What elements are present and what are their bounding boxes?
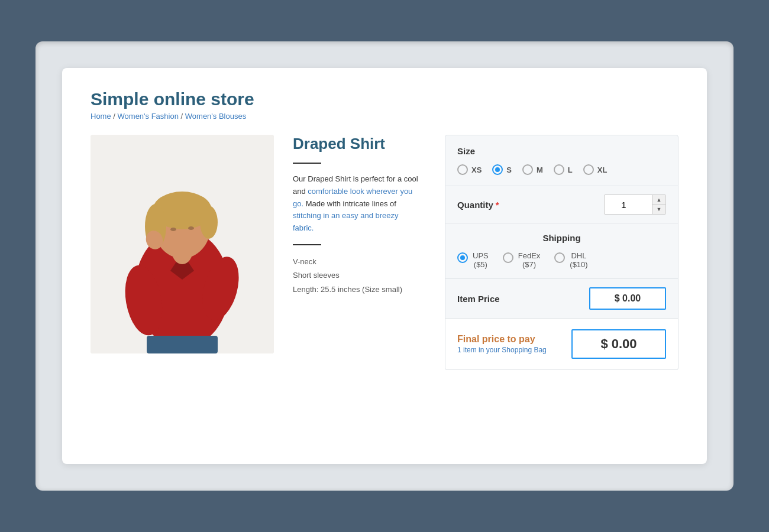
size-radio-xl[interactable] — [583, 164, 594, 175]
size-label-l: L — [568, 166, 573, 174]
shipping-option-fedex[interactable]: FedEx ($7) — [503, 251, 541, 269]
shipping-radio-fedex[interactable] — [503, 252, 513, 263]
product-name: Draped Shirt — [293, 135, 421, 153]
shipping-option-ups[interactable]: UPS ($5) — [457, 251, 489, 269]
final-price-label: Final price to pay — [457, 334, 547, 345]
quantity-input[interactable] — [605, 196, 652, 213]
product-features: V-neck Short sleeves Length: 25.5 inches… — [293, 255, 421, 296]
main-content: Draped Shirt Our Draped Shirt is perfect… — [91, 135, 678, 443]
size-radio-xs[interactable] — [457, 164, 468, 175]
shipping-label-fedex: FedEx ($7) — [518, 251, 541, 269]
page-title: Simple online store — [91, 89, 678, 109]
quantity-arrows: ▲ ▼ — [652, 195, 665, 214]
svg-rect-13 — [147, 336, 218, 353]
quantity-down-button[interactable]: ▼ — [652, 205, 665, 214]
size-label-xs: XS — [471, 166, 482, 174]
shipping-radio-ups[interactable] — [457, 252, 468, 263]
size-options: XS S M L — [457, 164, 666, 175]
size-label-s: S — [506, 166, 512, 174]
size-label-xl: XL — [597, 166, 608, 174]
shipping-title: Shipping — [457, 233, 666, 243]
shipping-label-ups: UPS ($5) — [473, 251, 489, 269]
shipping-radio-dhl[interactable] — [554, 252, 565, 263]
screen-outer: Simple online store Home / Women's Fashi… — [35, 41, 734, 491]
size-option-m[interactable]: M — [522, 164, 543, 175]
final-price-section: Final price to pay 1 item in your Shoppi… — [445, 319, 678, 370]
size-option-l[interactable]: L — [554, 164, 573, 175]
quantity-input-wrap: ▲ ▼ — [604, 194, 666, 215]
item-price-label: Item Price — [457, 294, 500, 304]
shipping-option-dhl[interactable]: DHL ($10) — [554, 251, 587, 269]
size-radio-l[interactable] — [554, 164, 564, 175]
size-radio-s[interactable] — [492, 164, 503, 175]
right-panel: Size XS S M — [445, 135, 678, 443]
product-description: Our Draped Shirt is perfect for a cool a… — [293, 173, 421, 235]
quantity-section: Quantity* ▲ ▼ — [445, 186, 678, 223]
size-option-xs[interactable]: XS — [457, 164, 482, 175]
size-section: Size XS S M — [445, 135, 678, 186]
final-price-sub-label: 1 item in your Shopping Bag — [457, 346, 547, 354]
final-price-labels: Final price to pay 1 item in your Shoppi… — [457, 334, 547, 354]
svg-point-11 — [170, 228, 176, 231]
product-image — [91, 135, 274, 353]
svg-point-12 — [188, 226, 194, 230]
divider — [293, 163, 321, 164]
product-image-svg — [91, 135, 274, 353]
breadcrumb-home[interactable]: Home — [91, 112, 111, 121]
breadcrumb-subcategory[interactable]: Women's Blouses — [185, 112, 246, 121]
shipping-section: Shipping UPS ($5) FedEx — [445, 223, 678, 279]
svg-point-10 — [200, 206, 218, 239]
item-price-value: $ 0.00 — [589, 287, 666, 310]
shipping-label-dhl: DHL ($10) — [570, 251, 587, 269]
size-option-xl[interactable]: XL — [583, 164, 608, 175]
product-details: Draped Shirt Our Draped Shirt is perfect… — [293, 135, 426, 443]
size-option-s[interactable]: S — [492, 164, 512, 175]
feature-sleeves: Short sleeves — [293, 268, 421, 282]
quantity-up-button[interactable]: ▲ — [652, 195, 665, 205]
breadcrumb-category[interactable]: Women's Fashion — [118, 112, 179, 121]
quantity-label: Quantity* — [457, 200, 499, 210]
breadcrumb: Home / Women's Fashion / Women's Blouses — [91, 112, 678, 121]
size-label-m: M — [537, 166, 543, 174]
size-title: Size — [457, 146, 666, 156]
feature-length: Length: 25.5 inches (Size small) — [293, 283, 421, 296]
feature-vneck: V-neck — [293, 255, 421, 268]
item-price-section: Item Price $ 0.00 — [445, 279, 678, 319]
shipping-options: UPS ($5) FedEx ($7) — [457, 251, 666, 269]
final-price-value: $ 0.00 — [571, 329, 666, 359]
screen-inner: Simple online store Home / Women's Fashi… — [62, 68, 707, 464]
divider2 — [293, 244, 321, 245]
size-radio-m[interactable] — [522, 164, 533, 175]
